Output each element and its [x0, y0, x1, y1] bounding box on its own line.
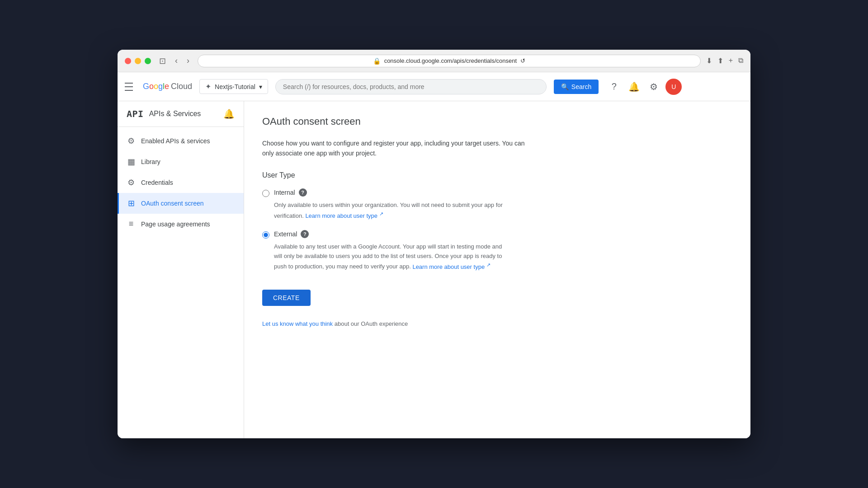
chevron-down-icon: ▾: [259, 83, 262, 90]
sidebar-item-oauth-consent[interactable]: ⊞ OAuth consent screen: [118, 193, 244, 214]
search-icon: 🔍: [561, 83, 569, 90]
download-icon[interactable]: ⬇: [706, 56, 712, 65]
browser-titlebar: ⊡ ‹ › 🔒 console.cloud.google.com/apis/cr…: [118, 50, 750, 72]
external-label-text: External: [274, 230, 297, 238]
sidebar-item-credentials[interactable]: ⚙ Credentials: [118, 172, 244, 193]
internal-label[interactable]: Internal ?: [274, 188, 307, 197]
project-selector[interactable]: ✦ Nextjs-Tutorial ▾: [199, 79, 268, 94]
page-usage-icon: ≡: [127, 219, 136, 229]
library-label: Library: [141, 158, 160, 165]
reload-icon[interactable]: ↺: [520, 57, 525, 64]
sidebar-bell-icon[interactable]: 🔔: [223, 108, 235, 119]
address-text: console.cloud.google.com/apis/credential…: [384, 57, 517, 64]
settings-icon[interactable]: ⚙: [646, 79, 662, 95]
internal-radio-option: Internal ?: [262, 188, 732, 197]
page-title: OAuth consent screen: [262, 116, 732, 127]
security-icon: 🔒: [373, 57, 381, 65]
traffic-lights: [125, 58, 151, 64]
library-icon: ▦: [127, 157, 136, 167]
avatar[interactable]: U: [665, 79, 682, 95]
external-link-icon: ↗: [379, 211, 383, 216]
search-bar[interactable]: [275, 79, 547, 94]
new-tab-icon[interactable]: +: [729, 56, 733, 65]
main-layout: API APIs & Services 🔔 ⚙ Enabled APIs & s…: [118, 101, 750, 438]
back-icon[interactable]: ‹: [172, 55, 180, 66]
sidebar-nav: ⚙ Enabled APIs & services ▦ Library ⚙ Cr…: [118, 127, 244, 238]
sidebar-toggle-icon[interactable]: ⊡: [156, 55, 169, 67]
header-icons: ? 🔔 ⚙ U: [606, 79, 682, 95]
hamburger-menu[interactable]: [125, 81, 136, 92]
external-label[interactable]: External ?: [274, 230, 309, 238]
cloud-label: Cloud: [171, 82, 192, 91]
content-area: OAuth consent screen Choose how you want…: [244, 101, 750, 438]
internal-help-icon[interactable]: ?: [299, 188, 307, 197]
external-help-icon[interactable]: ?: [301, 230, 309, 238]
credentials-icon: ⚙: [127, 178, 136, 188]
notifications-icon[interactable]: 🔔: [626, 79, 642, 95]
forward-icon[interactable]: ›: [184, 55, 192, 66]
external-radio[interactable]: [262, 231, 269, 239]
sidebar-item-enabled-apis[interactable]: ⚙ Enabled APIs & services: [118, 131, 244, 151]
sidebar-title: APIs & Services: [149, 110, 201, 118]
maximize-button[interactable]: [145, 58, 151, 64]
api-label: API: [127, 108, 144, 119]
browser-actions: ⬇ ⬆ + ⧉: [706, 56, 743, 65]
feedback-text: Let us know what you think about our OAu…: [262, 320, 732, 327]
browser-addressbar[interactable]: 🔒 console.cloud.google.com/apis/credenti…: [198, 55, 701, 67]
oauth-icon: ⊞: [127, 198, 136, 208]
user-type-section-title: User Type: [262, 171, 732, 179]
description-text: Choose how you want to configure and reg…: [262, 138, 533, 159]
gcp-header: Google Cloud ✦ Nextjs-Tutorial ▾ 🔍 Searc…: [118, 72, 750, 101]
external-radio-option: External ?: [262, 230, 732, 239]
search-button[interactable]: 🔍 Search: [554, 80, 599, 94]
search-button-label: Search: [571, 83, 591, 90]
feedback-link[interactable]: Let us know what you think: [262, 320, 333, 327]
oauth-label: OAuth consent screen: [141, 200, 204, 207]
feedback-suffix: about our OAuth experience: [333, 320, 408, 327]
close-button[interactable]: [125, 58, 131, 64]
sidebar-header: API APIs & Services 🔔: [118, 101, 244, 127]
share-icon[interactable]: ⬆: [717, 56, 723, 65]
external-description: Available to any test user with a Google…: [274, 242, 509, 272]
sidebar-item-page-usage[interactable]: ≡ Page usage agreements: [118, 214, 244, 234]
help-icon[interactable]: ?: [606, 79, 622, 95]
project-icon: ✦: [205, 82, 211, 91]
minimize-button[interactable]: [135, 58, 141, 64]
sidebar: API APIs & Services 🔔 ⚙ Enabled APIs & s…: [118, 101, 244, 438]
project-name: Nextjs-Tutorial: [215, 83, 255, 90]
search-input[interactable]: [283, 83, 539, 90]
external-link-icon-2: ↗: [486, 262, 491, 267]
browser-controls: ⊡ ‹ ›: [156, 55, 192, 67]
internal-radio[interactable]: [262, 190, 269, 197]
page-usage-label: Page usage agreements: [141, 221, 210, 228]
enabled-apis-label: Enabled APIs & services: [141, 137, 210, 145]
settings-icon: ⚙: [127, 136, 136, 146]
browser-window: ⊡ ‹ › 🔒 console.cloud.google.com/apis/cr…: [118, 50, 750, 438]
internal-label-text: Internal: [274, 189, 295, 196]
google-cloud-logo[interactable]: Google Cloud: [143, 82, 192, 91]
tabs-icon[interactable]: ⧉: [738, 56, 743, 65]
sidebar-item-library[interactable]: ▦ Library: [118, 151, 244, 172]
internal-learn-more-link[interactable]: Learn more about user type ↗: [305, 212, 383, 219]
external-learn-more-link[interactable]: Learn more about user type ↗: [412, 263, 490, 270]
credentials-label: Credentials: [141, 179, 173, 186]
create-button[interactable]: CREATE: [262, 290, 311, 306]
internal-description: Only available to users within your orga…: [274, 201, 509, 221]
